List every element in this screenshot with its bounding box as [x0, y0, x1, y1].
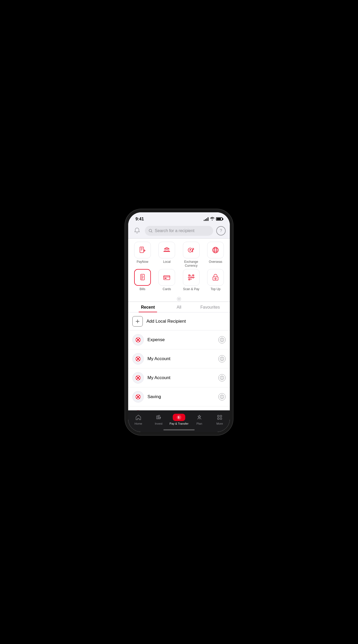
action-scanpay[interactable]: Scan & Pay: [181, 269, 202, 291]
svg-rect-38: [218, 415, 219, 417]
search-placeholder-text: Search for a recipient: [155, 228, 194, 233]
recipient-name: My Account: [147, 375, 218, 380]
svg-rect-1: [140, 247, 144, 253]
svg-rect-9: [164, 278, 166, 279]
action-topup[interactable]: Top Up: [205, 269, 226, 291]
bottom-nav: Home Invest: [128, 410, 230, 432]
scanpay-icon-box: [183, 269, 200, 286]
action-overseas[interactable]: Overseas: [205, 242, 226, 268]
svg-text:$: $: [178, 416, 180, 419]
local-label: Local: [163, 260, 171, 264]
recipient-name: Saving: [147, 394, 218, 399]
plan-icon: [196, 414, 203, 421]
cross-avatar-icon: [134, 355, 142, 362]
recipient-name: My Account: [147, 356, 218, 361]
paynow-label: PayNow: [137, 260, 148, 264]
svg-rect-34: [157, 416, 158, 419]
phone-frame: 9:41: [128, 212, 230, 432]
tab-all[interactable]: All: [163, 302, 194, 312]
search-input[interactable]: Search for a recipient: [145, 226, 213, 236]
add-recipient-label: Add Local Recipient: [146, 319, 186, 324]
help-button[interactable]: ?: [216, 226, 226, 235]
action-cards[interactable]: Cards: [156, 269, 177, 291]
bills-icon-box: $: [134, 269, 151, 286]
svg-rect-8: [164, 276, 170, 280]
nav-invest[interactable]: Invest: [149, 414, 169, 425]
home-icon: [135, 414, 142, 421]
cross-avatar-icon: [134, 393, 142, 400]
recipient-row[interactable]: My Account: [128, 349, 230, 368]
recipient-avatar: [132, 372, 144, 384]
info-button[interactable]: [218, 393, 226, 400]
actions-row-1: PayNow Local: [130, 242, 228, 268]
recipient-avatar: [132, 334, 144, 346]
search-area: Search for a recipient ?: [128, 224, 230, 238]
exchange-label: ExchangeCurrency: [184, 260, 198, 268]
add-recipient-row[interactable]: Add Local Recipient: [128, 313, 230, 330]
tab-favourites[interactable]: Favourites: [195, 302, 226, 312]
svg-rect-41: [220, 418, 222, 419]
tab-recent[interactable]: Recent: [132, 302, 163, 312]
recipient-avatar: [132, 391, 144, 403]
svg-rect-35: [158, 415, 160, 419]
scanpay-label: Scan & Pay: [183, 287, 199, 291]
info-icon: [220, 376, 224, 380]
action-bills[interactable]: $ Bills: [132, 269, 153, 291]
chevron-down-icon: [176, 297, 182, 301]
more-icon: [216, 414, 223, 421]
recipient-row[interactable]: Expense: [128, 330, 230, 349]
nav-home[interactable]: Home: [128, 414, 149, 425]
svg-point-23: [222, 358, 222, 358]
help-icon: ?: [220, 228, 222, 233]
nav-plan[interactable]: Plan: [189, 414, 209, 425]
nav-invest-label: Invest: [155, 422, 162, 425]
bell-button[interactable]: [132, 226, 142, 235]
action-local[interactable]: Local: [156, 242, 177, 268]
info-icon: [220, 357, 224, 361]
status-icons: [204, 217, 223, 221]
svg-rect-12: [189, 279, 190, 279]
actions-row-2: $ Bills Cards: [130, 269, 228, 291]
bills-label: Bills: [140, 287, 145, 291]
svg-point-19: [222, 339, 222, 339]
recipient-list: Add Local Recipient Expense: [128, 313, 230, 410]
svg-text:$: $: [190, 249, 191, 251]
nav-pay-transfer[interactable]: $ Pay & Transfer: [169, 414, 189, 425]
info-icon: [220, 338, 224, 342]
recipient-row[interactable]: E UNITED OVERSEAS BANK: [128, 406, 230, 410]
recipient-avatar: [132, 353, 144, 365]
action-paynow[interactable]: PayNow: [132, 242, 153, 268]
info-button[interactable]: [218, 374, 226, 381]
cards-label: Cards: [163, 287, 171, 291]
svg-rect-13: [213, 277, 218, 280]
info-button[interactable]: [218, 355, 226, 362]
nav-pay-transfer-label: Pay & Transfer: [170, 422, 189, 425]
overseas-label: Overseas: [209, 260, 222, 264]
tabs-bar: Recent All Favourites: [128, 302, 230, 313]
nav-home-label: Home: [134, 422, 142, 425]
recipient-row[interactable]: My Account: [128, 368, 230, 387]
svg-rect-10: [189, 275, 190, 276]
recipient-row[interactable]: Saving: [128, 387, 230, 406]
svg-rect-40: [218, 418, 219, 419]
svg-point-27: [222, 377, 222, 377]
expand-button[interactable]: [128, 295, 230, 302]
info-icon: [220, 395, 224, 399]
wifi-icon: [210, 217, 214, 221]
search-icon: [149, 229, 153, 233]
topup-icon-box: [207, 269, 224, 286]
battery-icon: [216, 217, 223, 221]
quick-actions: PayNow Local: [128, 239, 230, 296]
action-exchange[interactable]: $ ExchangeCurrency: [181, 242, 202, 268]
cards-icon-box: [158, 269, 175, 286]
pay-transfer-icon: $: [175, 414, 183, 421]
nav-more[interactable]: More: [209, 414, 230, 425]
cross-avatar-icon: [134, 374, 142, 381]
home-indicator: [163, 429, 195, 430]
svg-rect-11: [193, 275, 193, 276]
svg-point-31: [222, 396, 222, 396]
overseas-icon-box: [207, 242, 224, 258]
info-button[interactable]: [218, 336, 226, 343]
recipient-name: Expense: [147, 337, 218, 342]
exchange-icon-box: $: [183, 242, 200, 258]
